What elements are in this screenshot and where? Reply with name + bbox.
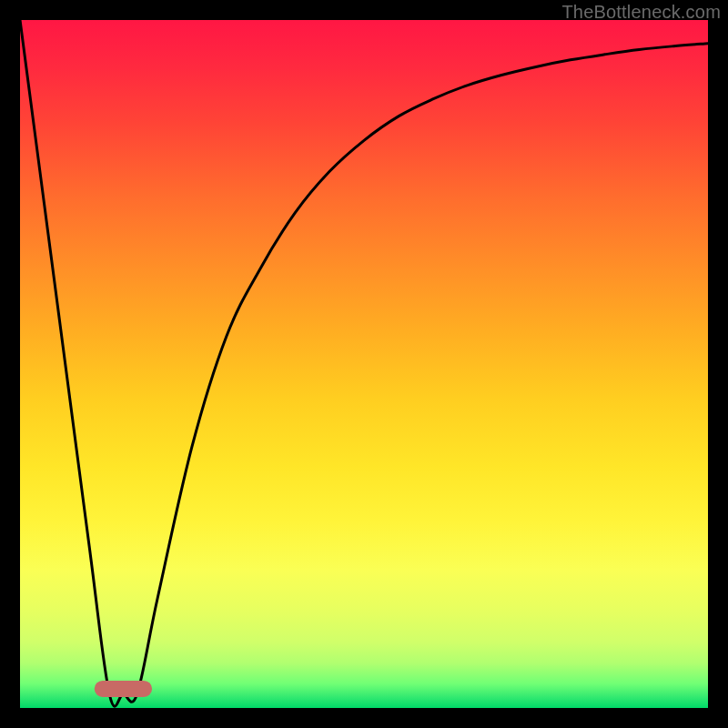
- watermark-text: TheBottleneck.com: [561, 2, 721, 23]
- chart-frame: [20, 20, 708, 708]
- chart-svg: [20, 20, 708, 708]
- gradient-background: [20, 20, 708, 708]
